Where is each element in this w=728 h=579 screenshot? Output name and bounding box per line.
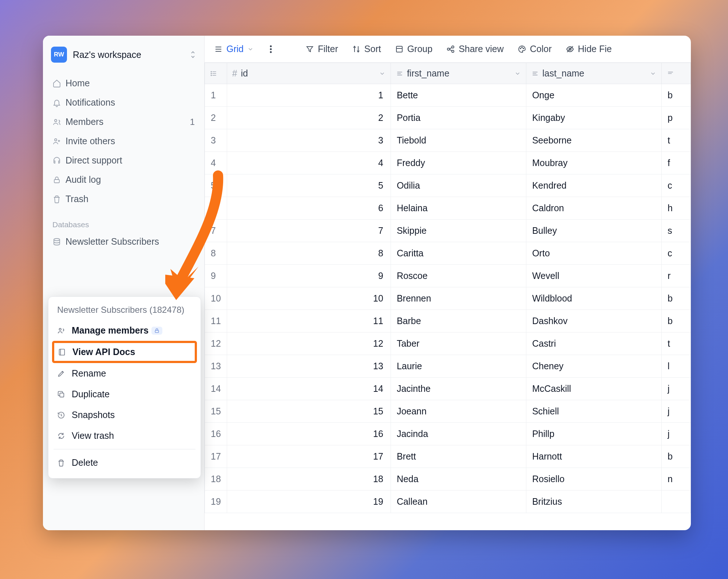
ctx-rename[interactable]: Rename xyxy=(52,363,197,384)
table-row[interactable]: 44FreddyMoubrayf xyxy=(205,152,691,174)
first-name-cell[interactable]: Caritta xyxy=(391,242,526,265)
id-cell[interactable]: 12 xyxy=(227,332,391,355)
last-name-cell[interactable]: Kingaby xyxy=(526,107,661,129)
last-name-cell[interactable]: Schiell xyxy=(526,400,661,423)
last-name-cell[interactable]: Wevell xyxy=(526,265,661,287)
id-cell[interactable]: 6 xyxy=(227,197,391,220)
last-name-cell[interactable]: Wildblood xyxy=(526,287,661,310)
extra-cell[interactable]: j xyxy=(661,400,691,423)
extra-cell[interactable] xyxy=(661,491,691,513)
first-name-cell[interactable]: Portia xyxy=(391,107,526,129)
first-name-cell[interactable]: Odilia xyxy=(391,174,526,197)
extra-cell[interactable]: t xyxy=(661,332,691,355)
ctx-delete[interactable]: Delete xyxy=(52,452,197,473)
first-name-cell[interactable]: Roscoe xyxy=(391,265,526,287)
first-name-cell[interactable]: Tiebold xyxy=(391,129,526,152)
first-name-cell[interactable]: Skippie xyxy=(391,220,526,242)
ctx-duplicate[interactable]: Duplicate xyxy=(52,384,197,405)
last-name-cell[interactable]: Dashkov xyxy=(526,310,661,332)
first-name-cell[interactable]: Brennen xyxy=(391,287,526,310)
id-cell[interactable]: 17 xyxy=(227,445,391,468)
table-row[interactable]: 1919CalleanBritzius xyxy=(205,491,691,513)
sidebar-item-members[interactable]: Members 1 xyxy=(47,112,200,131)
first-name-cell[interactable]: Joeann xyxy=(391,400,526,423)
extra-cell[interactable]: r xyxy=(661,265,691,287)
id-cell[interactable]: 5 xyxy=(227,174,391,197)
column-header-id[interactable]: # id xyxy=(227,63,391,84)
id-cell[interactable]: 13 xyxy=(227,355,391,378)
ctx-snapshots[interactable]: Snapshots xyxy=(52,405,197,425)
id-cell[interactable]: 8 xyxy=(227,242,391,265)
database-item[interactable]: Newsletter Subscribers xyxy=(43,233,204,251)
extra-cell[interactable]: b xyxy=(661,310,691,332)
extra-cell[interactable]: c xyxy=(661,174,691,197)
first-name-cell[interactable]: Taber xyxy=(391,332,526,355)
row-number-header[interactable] xyxy=(205,63,227,84)
table-row[interactable]: 11BetteOngeb xyxy=(205,84,691,107)
id-cell[interactable]: 10 xyxy=(227,287,391,310)
extra-cell[interactable]: b xyxy=(661,287,691,310)
id-cell[interactable]: 15 xyxy=(227,400,391,423)
table-row[interactable]: 55OdiliaKendredc xyxy=(205,174,691,197)
extra-cell[interactable]: l xyxy=(661,355,691,378)
group-button[interactable]: Group xyxy=(395,44,432,54)
table-row[interactable]: 99RoscoeWevellr xyxy=(205,265,691,287)
sidebar-item-trash[interactable]: Trash xyxy=(47,189,200,209)
data-grid[interactable]: # id first_name xyxy=(205,63,691,530)
sidebar-item-notifications[interactable]: Notifications xyxy=(47,93,200,112)
table-row[interactable]: 1818NedaRosiellon xyxy=(205,468,691,491)
ctx-manage-members[interactable]: Manage members xyxy=(52,320,197,341)
last-name-cell[interactable]: McCaskill xyxy=(526,378,661,400)
id-cell[interactable]: 7 xyxy=(227,220,391,242)
sort-button[interactable]: Sort xyxy=(352,44,381,54)
id-cell[interactable]: 9 xyxy=(227,265,391,287)
last-name-cell[interactable]: Britzius xyxy=(526,491,661,513)
last-name-cell[interactable]: Phillp xyxy=(526,423,661,445)
table-row[interactable]: 88CarittaOrtoc xyxy=(205,242,691,265)
sidebar-item-support[interactable]: Direct support xyxy=(47,151,200,170)
extra-cell[interactable]: t xyxy=(661,129,691,152)
first-name-cell[interactable]: Brett xyxy=(391,445,526,468)
column-header-last-name[interactable]: last_name xyxy=(526,63,661,84)
table-row[interactable]: 1414JacintheMcCaskillj xyxy=(205,378,691,400)
table-row[interactable]: 1313LaurieCheneyl xyxy=(205,355,691,378)
last-name-cell[interactable]: Caldron xyxy=(526,197,661,220)
extra-cell[interactable]: h xyxy=(661,197,691,220)
last-name-cell[interactable]: Bulley xyxy=(526,220,661,242)
hide-fields-button[interactable]: Hide Fie xyxy=(566,44,612,54)
table-row[interactable]: 1010BrennenWildbloodb xyxy=(205,287,691,310)
id-cell[interactable]: 11 xyxy=(227,310,391,332)
table-row[interactable]: 22PortiaKingabyp xyxy=(205,107,691,129)
last-name-cell[interactable]: Castri xyxy=(526,332,661,355)
extra-cell[interactable]: j xyxy=(661,423,691,445)
table-row[interactable]: 1717BrettHarnottb xyxy=(205,445,691,468)
last-name-cell[interactable]: Kendred xyxy=(526,174,661,197)
share-view-button[interactable]: Share view xyxy=(446,44,504,54)
sidebar-item-audit[interactable]: Audit log xyxy=(47,170,200,189)
last-name-cell[interactable]: Rosiello xyxy=(526,468,661,491)
table-row[interactable]: 1111BarbeDashkovb xyxy=(205,310,691,332)
more-options-button[interactable] xyxy=(268,45,274,54)
id-cell[interactable]: 16 xyxy=(227,423,391,445)
view-switcher[interactable]: Grid xyxy=(214,44,254,54)
last-name-cell[interactable]: Onge xyxy=(526,84,661,107)
ctx-view-trash[interactable]: View trash xyxy=(52,425,197,446)
first-name-cell[interactable]: Neda xyxy=(391,468,526,491)
last-name-cell[interactable]: Moubray xyxy=(526,152,661,174)
first-name-cell[interactable]: Laurie xyxy=(391,355,526,378)
first-name-cell[interactable]: Jacinthe xyxy=(391,378,526,400)
table-row[interactable]: 1515JoeannSchiellj xyxy=(205,400,691,423)
extra-cell[interactable]: s xyxy=(661,220,691,242)
extra-cell[interactable]: f xyxy=(661,152,691,174)
id-cell[interactable]: 14 xyxy=(227,378,391,400)
first-name-cell[interactable]: Barbe xyxy=(391,310,526,332)
last-name-cell[interactable]: Harnott xyxy=(526,445,661,468)
ctx-view-api-docs[interactable]: View API Docs xyxy=(52,341,197,363)
extra-cell[interactable]: j xyxy=(661,378,691,400)
id-cell[interactable]: 2 xyxy=(227,107,391,129)
first-name-cell[interactable]: Bette xyxy=(391,84,526,107)
id-cell[interactable]: 1 xyxy=(227,84,391,107)
extra-cell[interactable]: p xyxy=(661,107,691,129)
column-header-extra[interactable] xyxy=(661,63,691,84)
id-cell[interactable]: 4 xyxy=(227,152,391,174)
